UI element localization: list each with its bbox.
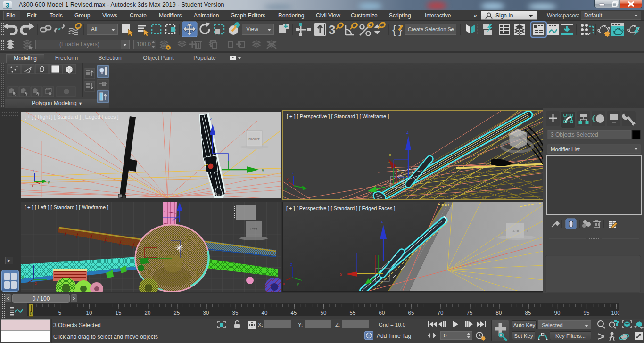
svg-text:30: 30 xyxy=(203,310,209,316)
svg-text:5: 5 xyxy=(58,310,61,316)
svg-text:45: 45 xyxy=(291,310,297,316)
svg-text:100: 100 xyxy=(611,310,619,316)
svg-text:85: 85 xyxy=(525,310,531,316)
svg-text:60: 60 xyxy=(379,310,385,316)
svg-text:z: z xyxy=(381,219,383,224)
svg-text:[ + ] [ Left ] [ Standard ] [: [ + ] [ Left ] [ Standard ] [ Wireframe … xyxy=(25,204,108,210)
svg-text:BACK: BACK xyxy=(510,229,519,233)
svg-text:z: z xyxy=(210,116,212,121)
svg-text:z: z xyxy=(33,168,35,173)
svg-text:3: 3 xyxy=(329,23,335,37)
svg-text:RIGHT: RIGHT xyxy=(248,137,260,141)
svg-text:55: 55 xyxy=(350,310,356,316)
svg-text:y: y xyxy=(297,281,299,286)
svg-text:65: 65 xyxy=(408,310,414,316)
svg-text:20: 20 xyxy=(145,310,151,316)
svg-text:z: z xyxy=(290,262,293,267)
svg-text:Modifier List: Modifier List xyxy=(551,147,580,152)
svg-text:25: 25 xyxy=(174,310,180,316)
svg-text:{: { xyxy=(392,23,396,36)
svg-text:z: z xyxy=(292,171,294,175)
svg-text:90: 90 xyxy=(554,310,561,316)
svg-text:10: 10 xyxy=(86,310,92,316)
svg-text:[ + ] [ Perspective ] [ Standa: [ + ] [ Perspective ] [ Standard ] [ Wir… xyxy=(287,114,389,119)
svg-text:F: F xyxy=(527,230,528,233)
svg-text:x: x xyxy=(389,152,391,157)
svg-text:x: x xyxy=(35,281,37,286)
svg-text:LEFT: LEFT xyxy=(515,139,522,143)
svg-text:95: 95 xyxy=(584,310,590,316)
svg-text:50: 50 xyxy=(321,310,327,316)
svg-text:3 Objects Selected: 3 Objects Selected xyxy=(551,131,598,138)
svg-text:y: y xyxy=(48,180,50,184)
svg-text:x: x xyxy=(32,183,34,188)
svg-text:[ + ] [ Perspective ] [ Standa: [ + ] [ Perspective ] [ Standard ] [ Edg… xyxy=(286,205,395,211)
svg-text:40: 40 xyxy=(262,310,268,316)
svg-text:[ + ] [ Right ] [ Standard ] [: [ + ] [ Right ] [ Standard ] [ Edged Fac… xyxy=(25,114,119,120)
svg-text:75: 75 xyxy=(467,310,473,316)
svg-text:y: y xyxy=(22,275,24,279)
svg-text:x: x xyxy=(286,177,289,181)
svg-text:x: x xyxy=(340,272,342,277)
svg-text:15: 15 xyxy=(116,310,122,316)
svg-text:LEFT: LEFT xyxy=(250,228,257,231)
svg-text:70: 70 xyxy=(438,310,444,316)
svg-text:z: z xyxy=(406,130,409,135)
svg-text:y: y xyxy=(262,167,264,172)
svg-text:x: x xyxy=(283,281,285,286)
svg-text:35: 35 xyxy=(232,310,239,316)
svg-text:80: 80 xyxy=(496,310,502,316)
svg-text:y: y xyxy=(285,187,287,191)
